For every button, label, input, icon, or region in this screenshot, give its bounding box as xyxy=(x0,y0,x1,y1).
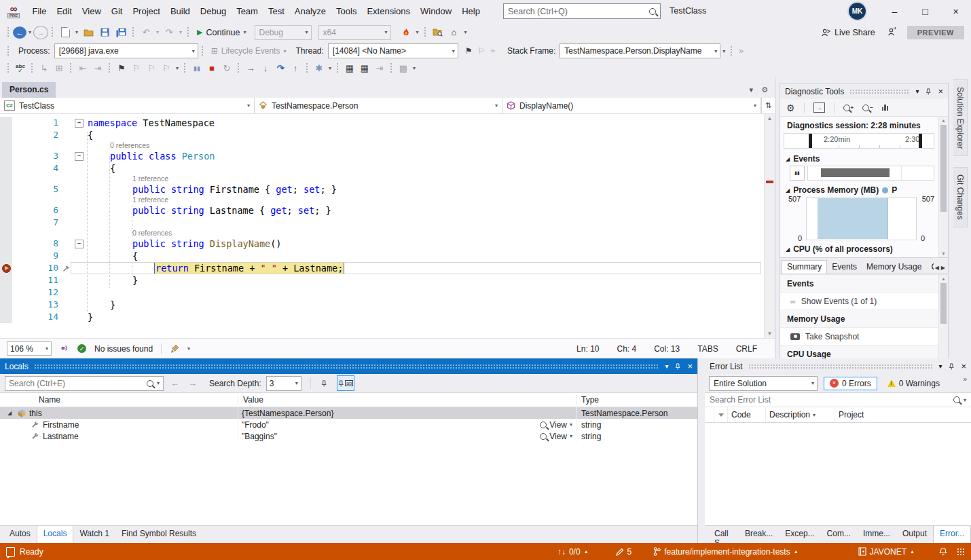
outdent-button[interactable]: ⇤ xyxy=(75,61,90,75)
tab-cpu-usage[interactable]: CPU Usage xyxy=(926,261,933,274)
minimize-button[interactable]: – xyxy=(879,0,910,22)
locals-row-lastname[interactable]: Lastname"Baggins"View▾string xyxy=(0,430,697,442)
profiler-dropdown[interactable]: ▾ xyxy=(414,29,421,35)
close-icon[interactable]: × xyxy=(961,361,966,371)
diagnostics-scrollbar[interactable]: ▲ ▼ xyxy=(938,117,948,257)
step-into-button[interactable]: ↓ xyxy=(258,61,273,75)
toolbar-grip[interactable] xyxy=(51,26,54,38)
continue-button[interactable]: ▶ Continue ▾ xyxy=(193,25,251,40)
column-header-value[interactable]: Value xyxy=(238,395,576,405)
line-ending-indicator[interactable]: CRLF xyxy=(736,344,757,354)
close-icon[interactable]: × xyxy=(938,86,943,96)
bookmark-dropdown[interactable]: ▾ xyxy=(174,65,181,71)
menu-view[interactable]: View xyxy=(77,0,106,22)
zoom-out-icon[interactable]: − xyxy=(862,105,873,111)
search-next-button[interactable]: → xyxy=(186,378,199,388)
code-cleanup-broom-icon[interactable] xyxy=(170,344,179,354)
toolbar-overflow-icon[interactable]: » xyxy=(963,374,967,383)
breakpoint-margin[interactable] xyxy=(0,217,12,229)
code-line-11[interactable]: 11} xyxy=(0,274,775,286)
breakpoint-margin[interactable] xyxy=(0,286,12,299)
events-section-header[interactable]: ◢ Events xyxy=(784,152,934,166)
quick-search-box[interactable]: Search (Ctrl+Q) xyxy=(503,3,661,19)
toolbar-grip[interactable] xyxy=(183,62,187,74)
breakpoint-margin[interactable] xyxy=(0,311,12,323)
menu-edit[interactable]: Edit xyxy=(52,0,77,22)
toolbar-overflow-icon[interactable]: » xyxy=(739,46,744,56)
view-dropdown[interactable]: View▾ xyxy=(540,432,572,441)
events-timeline-track[interactable] xyxy=(807,166,934,181)
tabs-indicator[interactable]: TABS xyxy=(697,344,718,354)
tab-com[interactable]: Com... xyxy=(821,526,857,543)
solution-configurations-dropdown[interactable]: Debug▾ xyxy=(255,25,312,40)
type-dropdown[interactable]: TestNamespace.Person ▾ xyxy=(255,98,502,113)
git-sync-button[interactable]: ↑↓ 0/0 ▲ xyxy=(557,547,589,557)
member-dropdown[interactable]: DisplayName() ▾ xyxy=(502,98,761,113)
tab-solution-explorer[interactable]: Solution Explorer xyxy=(953,79,968,156)
pin-icon[interactable] xyxy=(948,362,955,371)
code-line-3[interactable]: 3−public class Person xyxy=(0,150,775,162)
show-events-link[interactable]: ∞ Show Events (1 of 1) xyxy=(780,293,948,310)
take-snapshot-link[interactable]: Take Snapshot xyxy=(780,328,948,346)
breakpoint-margin[interactable] xyxy=(0,162,12,174)
chart-icon[interactable] xyxy=(882,105,889,111)
thread-dropdown[interactable]: [14084] <No Name>▾ xyxy=(328,43,458,58)
toolbar-grip[interactable] xyxy=(69,62,73,74)
menu-project[interactable]: Project xyxy=(128,0,165,22)
save-all-button[interactable] xyxy=(113,25,129,40)
flag-thread-icon[interactable]: ⚑ xyxy=(465,46,473,56)
breakpoint-margin[interactable] xyxy=(0,299,12,311)
live-share-button[interactable]: Live Share xyxy=(821,28,875,37)
code-line-12[interactable]: 12 xyxy=(0,286,775,299)
fold-marker[interactable]: − xyxy=(75,152,84,161)
navigate-backward-button[interactable]: ← xyxy=(13,26,26,39)
window-position-dropdown[interactable]: ▾ xyxy=(938,362,942,370)
status-icon[interactable] xyxy=(6,547,15,557)
menu-team[interactable]: Team xyxy=(232,0,263,22)
severity-column[interactable] xyxy=(705,407,714,422)
menu-git[interactable]: Git xyxy=(106,0,128,22)
tab-break[interactable]: Break... xyxy=(739,526,779,543)
previous-bookmark-button[interactable]: ⚐ xyxy=(129,61,144,75)
code-line-1[interactable]: 1−namespace TestNamespace xyxy=(0,117,775,129)
code-editor[interactable]: 1−namespace TestNamespace2{0 references3… xyxy=(0,114,775,338)
spell-check-button[interactable]: abc✓ xyxy=(13,61,28,75)
warnings-filter-button[interactable]: 0 Warnings xyxy=(883,377,944,390)
break-all-button[interactable]: ▮▮ xyxy=(189,61,204,75)
toggle-bookmark-button[interactable]: ⚑ xyxy=(114,61,129,75)
open-file-button[interactable] xyxy=(80,25,96,40)
resize-grip[interactable] xyxy=(957,548,965,556)
apply-code-changes-button[interactable]: ✱ xyxy=(312,61,327,75)
locals-row-firstname[interactable]: Firstname"Frodo"View▾string xyxy=(0,419,697,430)
breakpoint-margin[interactable] xyxy=(0,129,12,141)
memory-window-button[interactable]: ▦ xyxy=(342,61,357,75)
show-threads-button[interactable]: ↳ xyxy=(37,61,52,75)
column-header-name[interactable]: Name xyxy=(0,395,238,405)
code-line-7[interactable]: 7 xyxy=(0,217,775,229)
code-line-6[interactable]: 6public string Lastname { get; set; } xyxy=(0,204,775,217)
zoom-in-icon[interactable]: + xyxy=(843,105,854,111)
error-list-search-box[interactable]: Search Error List ▾ xyxy=(705,393,971,407)
tab-locals[interactable]: Locals xyxy=(37,526,74,543)
toolbar-grip[interactable] xyxy=(730,45,733,57)
pending-edits-button[interactable]: 5 xyxy=(616,547,632,557)
menu-help[interactable]: Help xyxy=(457,0,486,22)
codelens-references[interactable]: 1 reference xyxy=(0,174,775,183)
toolbar-grip[interactable] xyxy=(237,62,240,74)
cpu-section-header[interactable]: ◢ CPU (% of all processors) xyxy=(784,242,934,256)
tab-events[interactable]: Events xyxy=(827,261,862,274)
menu-debug[interactable]: Debug xyxy=(195,0,231,22)
toolbar-grip[interactable] xyxy=(201,45,204,57)
toolbar-grip[interactable] xyxy=(7,45,10,57)
code-line-8[interactable]: 8−public string DisplayName() xyxy=(0,238,775,250)
code-line-4[interactable]: 4{ xyxy=(0,162,775,174)
toolbar-grip[interactable] xyxy=(132,26,135,38)
toolbar-grip[interactable] xyxy=(7,62,10,74)
restart-button[interactable]: ↻ xyxy=(219,61,234,75)
current-statement-breakpoint-icon[interactable] xyxy=(2,264,11,273)
toolbar-grip[interactable] xyxy=(187,26,190,38)
tab-summary[interactable]: Summary xyxy=(782,260,827,274)
live-share-presence-icon[interactable] xyxy=(60,344,69,353)
process-dropdown[interactable]: [29668] java.exe▾ xyxy=(54,43,198,58)
document-well-dropdown[interactable]: ▾ xyxy=(750,86,754,94)
